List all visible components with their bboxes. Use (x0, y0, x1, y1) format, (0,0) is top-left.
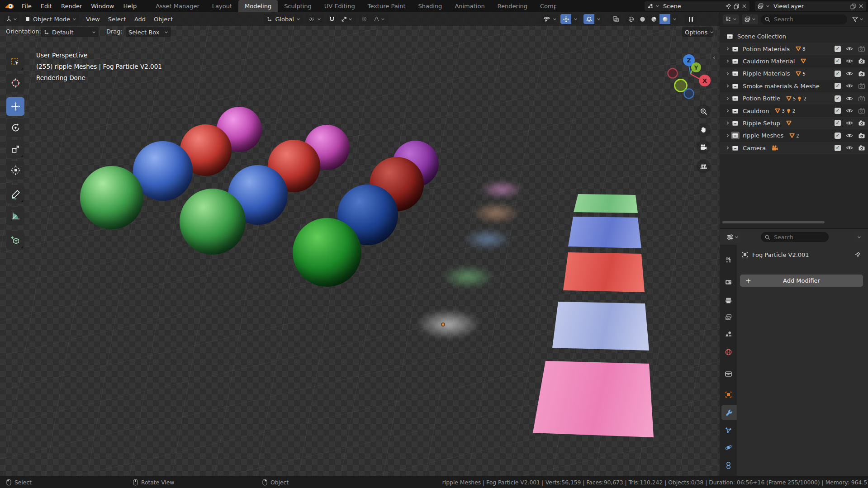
editor-type-button[interactable] (4, 14, 19, 24)
properties-tab-constraints[interactable] (720, 458, 737, 472)
workspace-tab-sculpting[interactable]: Sculpting (278, 0, 318, 12)
shading-dropdown[interactable] (671, 14, 678, 24)
plane-blue[interactable] (568, 217, 641, 248)
menu-edit[interactable]: Edit (36, 0, 57, 12)
scene-selector[interactable]: Scene (645, 1, 749, 11)
menu-file[interactable]: File (17, 0, 36, 12)
workspace-tab-rendering[interactable]: Rendering (491, 0, 534, 12)
tool-transform-button[interactable] (6, 161, 24, 180)
collection-icon[interactable] (731, 132, 740, 139)
gizmos-toggle[interactable] (560, 14, 571, 24)
exclude-checkbox[interactable]: ✓ (835, 120, 841, 126)
workspace-tab-texture-paint[interactable]: Texture Paint (361, 0, 412, 12)
collection-name[interactable]: Cauldron (743, 108, 769, 114)
properties-tab-object[interactable] (720, 387, 737, 402)
render-disabled-icon[interactable] (858, 107, 865, 114)
collection-icon[interactable] (731, 95, 740, 102)
gizmos-dropdown[interactable] (572, 14, 579, 24)
outliner-editor-type-button[interactable] (723, 14, 739, 24)
pin-icon[interactable] (725, 3, 731, 9)
new-viewlayer-icon[interactable] (850, 3, 856, 9)
smoke-magenta[interactable] (480, 180, 523, 199)
options-dropdown[interactable]: Options (682, 27, 713, 37)
properties-editor-type-button[interactable] (724, 232, 741, 242)
collection-icon[interactable] (731, 45, 740, 53)
sphere-green-1[interactable] (80, 166, 143, 229)
expand-chevron-icon[interactable] (725, 59, 731, 63)
collection-icon[interactable] (731, 144, 740, 152)
viewlayer-selector[interactable]: ViewLayer (755, 1, 866, 11)
breadcrumb-object-name[interactable]: Fog Particle V2.001 (752, 251, 809, 258)
shading-solid-button[interactable] (637, 14, 648, 24)
sphere-darkgreen[interactable] (293, 218, 361, 287)
hide-eye-icon[interactable] (846, 82, 853, 90)
tool-annotate-button[interactable] (6, 185, 24, 204)
hide-eye-icon[interactable] (846, 132, 853, 139)
properties-search-input[interactable] (773, 233, 825, 241)
smoke-tan[interactable] (472, 202, 520, 224)
menu-window[interactable]: Window (86, 0, 119, 12)
expand-chevron-icon[interactable] (725, 121, 731, 125)
render-visibility-icon[interactable] (858, 144, 865, 152)
workspace-tab-shading[interactable]: Shading (412, 0, 449, 12)
outliner-search[interactable] (761, 14, 847, 24)
mode-selector[interactable]: Object Mode (22, 14, 79, 24)
viewport-menu-add[interactable]: Add (130, 16, 150, 23)
collection-name[interactable]: Ripple Materials (743, 70, 790, 77)
tool-cursor-button[interactable] (6, 74, 24, 92)
outliner-scrollbar[interactable] (722, 221, 825, 223)
exclude-checkbox[interactable]: ✓ (835, 46, 841, 52)
plane-lavender[interactable] (552, 302, 649, 351)
navigation-gizmo[interactable]: ZYX (665, 45, 714, 100)
pause-render-button[interactable] (684, 14, 697, 24)
collection-name[interactable]: Potion Bottle (743, 95, 780, 102)
exclude-checkbox[interactable]: ✓ (835, 58, 841, 64)
hide-eye-icon[interactable] (846, 45, 853, 52)
close-icon[interactable] (858, 3, 864, 9)
collection-name[interactable]: Smoke materials & Meshe (743, 83, 820, 90)
tool-measure-button[interactable] (6, 207, 24, 225)
outliner-row-ripple-meshes[interactable]: ripple Meshes2✓ (720, 129, 868, 142)
outliner-row-cauldron-material[interactable]: Cauldron Material✓ (720, 55, 868, 67)
collection-name[interactable]: Potion Materials (743, 46, 790, 52)
transform-orientation-selector[interactable]: Global (264, 14, 303, 24)
tool-box-select-button[interactable] (6, 52, 24, 71)
viewlayer-name[interactable]: ViewLayer (772, 3, 848, 9)
proportional-edit-toggle[interactable] (359, 14, 370, 24)
tool-scale-button[interactable] (6, 140, 24, 158)
properties-tab-tool[interactable] (720, 252, 737, 267)
outliner-search-input[interactable] (773, 15, 844, 23)
expand-chevron-icon[interactable] (725, 96, 731, 101)
overlays-toggle[interactable] (583, 14, 594, 24)
collection-name[interactable]: Ripple Setup (743, 120, 780, 127)
chevron-down-icon[interactable] (766, 4, 770, 8)
properties-options-button[interactable] (854, 232, 864, 242)
properties-search[interactable] (761, 232, 829, 242)
workspace-tab-asset-manager[interactable]: Asset Manager (149, 0, 206, 12)
shading-rendered-button[interactable] (659, 14, 670, 24)
properties-tab-particles[interactable] (720, 423, 737, 437)
properties-tab-render[interactable] (720, 275, 737, 289)
orientation-dropdown[interactable]: Default (41, 27, 99, 37)
snap-toggle[interactable] (327, 14, 337, 24)
zoom-view-button[interactable] (697, 104, 711, 118)
viewport-menu-object[interactable]: Object (150, 16, 177, 23)
render-disabled-icon[interactable] (858, 82, 865, 90)
tool-add-cube-button[interactable] (6, 231, 24, 250)
pin-icon[interactable] (854, 251, 861, 258)
plane-pink[interactable] (533, 361, 654, 437)
collection-name[interactable]: Cauldron Material (743, 58, 795, 65)
pan-view-button[interactable] (697, 123, 711, 137)
exclude-checkbox[interactable]: ✓ (835, 133, 841, 139)
smoke-white[interactable] (417, 309, 480, 339)
render-visibility-icon[interactable] (858, 132, 865, 139)
pivot-point-selector[interactable] (306, 14, 324, 24)
expand-chevron-icon[interactable] (725, 84, 731, 88)
menu-help[interactable]: Help (119, 0, 142, 12)
collection-name[interactable]: ripple Meshes (743, 132, 783, 139)
outliner-row-camera[interactable]: Camera✓ (720, 142, 868, 154)
outliner-row-cauldron[interactable]: Cauldron32✓ (720, 104, 868, 117)
properties-tab-world[interactable] (720, 345, 737, 359)
exclude-checkbox[interactable]: ✓ (835, 71, 841, 77)
exclude-checkbox[interactable]: ✓ (835, 108, 841, 114)
